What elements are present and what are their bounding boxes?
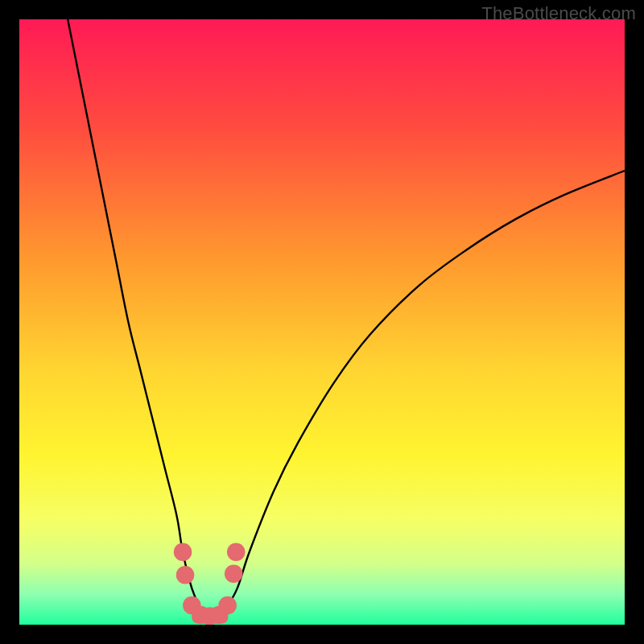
highlight-dot bbox=[218, 597, 237, 615]
chart-background bbox=[19, 19, 625, 625]
highlight-dot bbox=[227, 543, 246, 561]
chart-frame: TheBottleneck.com bbox=[0, 0, 644, 644]
highlight-dot bbox=[174, 543, 192, 561]
highlight-dot bbox=[225, 565, 243, 584]
chart-svg bbox=[19, 19, 625, 625]
highlight-dot bbox=[176, 566, 195, 584]
chart-plot-area bbox=[19, 19, 625, 625]
watermark-text: TheBottleneck.com bbox=[481, 3, 636, 24]
